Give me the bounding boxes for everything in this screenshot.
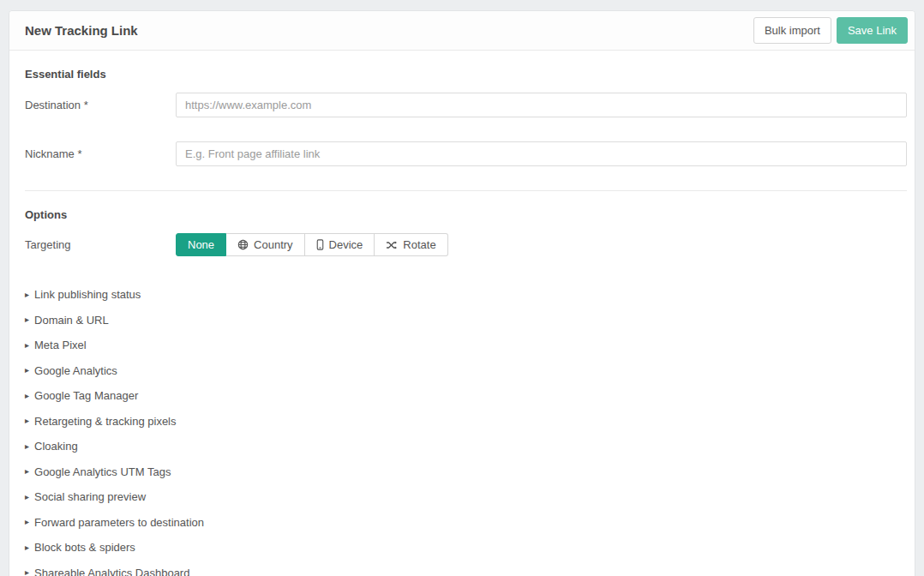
save-link-button[interactable]: Save Link	[837, 17, 908, 44]
caret-right-icon: ▸	[25, 493, 29, 501]
accordion-item-domain-url[interactable]: ▸ Domain & URL	[25, 308, 907, 333]
section-divider	[25, 190, 907, 191]
nickname-label: Nickname *	[25, 147, 176, 160]
targeting-rotate-button[interactable]: Rotate	[375, 233, 447, 256]
targeting-none-label: None	[188, 238, 214, 251]
card-body: Essential fields Destination * Nickname …	[9, 51, 915, 576]
accordion-item-label: Link publishing status	[34, 288, 141, 301]
caret-right-icon: ▸	[25, 518, 29, 526]
destination-label: Destination *	[25, 99, 176, 111]
accordion-item-label: Google Analytics UTM Tags	[34, 465, 171, 478]
options-heading: Options	[25, 208, 907, 221]
destination-row: Destination *	[25, 93, 907, 117]
accordion-item-label: Google Tag Manager	[34, 389, 138, 402]
accordion-item-cloaking[interactable]: ▸ Cloaking	[25, 434, 907, 459]
options-accordion: ▸ Link publishing status ▸ Domain & URL …	[25, 282, 907, 576]
nickname-row: Nickname *	[25, 141, 907, 166]
targeting-rotate-label: Rotate	[403, 238, 435, 251]
targeting-none-button[interactable]: None	[176, 233, 226, 256]
nickname-input[interactable]	[176, 141, 907, 166]
destination-input[interactable]	[176, 93, 907, 117]
caret-right-icon: ▸	[25, 341, 29, 350]
accordion-item-link-publishing-status[interactable]: ▸ Link publishing status	[25, 282, 907, 308]
accordion-item-label: Google Analytics	[34, 364, 117, 377]
targeting-toggle-group: None Country	[176, 233, 448, 256]
caret-right-icon: ▸	[25, 366, 29, 375]
caret-right-icon: ▸	[25, 543, 29, 552]
essential-fields-heading: Essential fields	[25, 68, 907, 81]
accordion-item-label: Social sharing preview	[34, 490, 146, 503]
targeting-label: Targeting	[25, 238, 176, 251]
accordion-item-block-bots-spiders[interactable]: ▸ Block bots & spiders	[25, 535, 907, 561]
bulk-import-button[interactable]: Bulk import	[753, 17, 831, 44]
accordion-item-label: Block bots & spiders	[34, 541, 135, 554]
accordion-item-label: Forward parameters to destination	[34, 516, 204, 529]
targeting-country-label: Country	[254, 238, 293, 251]
targeting-device-label: Device	[329, 238, 363, 251]
accordion-item-label: Cloaking	[34, 440, 78, 453]
new-tracking-link-card: New Tracking Link Bulk import Save Link …	[9, 10, 915, 576]
caret-right-icon: ▸	[25, 392, 29, 400]
accordion-item-retargeting-tracking-pixels[interactable]: ▸ Retargeting & tracking pixels	[25, 409, 907, 435]
accordion-item-label: Meta Pixel	[34, 339, 87, 351]
targeting-device-button[interactable]: Device	[305, 233, 375, 256]
accordion-item-label: Shareable Analytics Dashboard	[34, 567, 189, 576]
card-header: New Tracking Link Bulk import Save Link	[9, 11, 915, 51]
caret-right-icon: ▸	[25, 291, 29, 299]
caret-right-icon: ▸	[25, 568, 29, 576]
accordion-item-meta-pixel[interactable]: ▸ Meta Pixel	[25, 333, 907, 358]
accordion-item-label: Domain & URL	[34, 314, 109, 327]
accordion-item-google-tag-manager[interactable]: ▸ Google Tag Manager	[25, 383, 907, 409]
caret-right-icon: ▸	[25, 417, 29, 425]
targeting-country-button[interactable]: Country	[226, 233, 305, 256]
caret-right-icon: ▸	[25, 315, 29, 324]
page-title: New Tracking Link	[25, 23, 138, 38]
accordion-item-forward-parameters[interactable]: ▸ Forward parameters to destination	[25, 510, 907, 536]
caret-right-icon: ▸	[25, 467, 29, 476]
shuffle-icon	[386, 240, 398, 250]
globe-icon	[237, 239, 249, 250]
accordion-item-social-sharing-preview[interactable]: ▸ Social sharing preview	[25, 484, 907, 510]
accordion-item-google-analytics[interactable]: ▸ Google Analytics	[25, 358, 907, 384]
page-background: New Tracking Link Bulk import Save Link …	[0, 0, 924, 576]
mobile-icon	[316, 239, 324, 250]
accordion-item-ga-utm-tags[interactable]: ▸ Google Analytics UTM Tags	[25, 459, 907, 485]
targeting-row: Targeting None	[25, 233, 907, 256]
header-actions: Bulk import Save Link	[753, 17, 908, 44]
accordion-item-label: Retargeting & tracking pixels	[34, 415, 176, 428]
caret-right-icon: ▸	[25, 442, 29, 451]
accordion-item-shareable-analytics-dashboard[interactable]: ▸ Shareable Analytics Dashboard	[25, 561, 907, 576]
